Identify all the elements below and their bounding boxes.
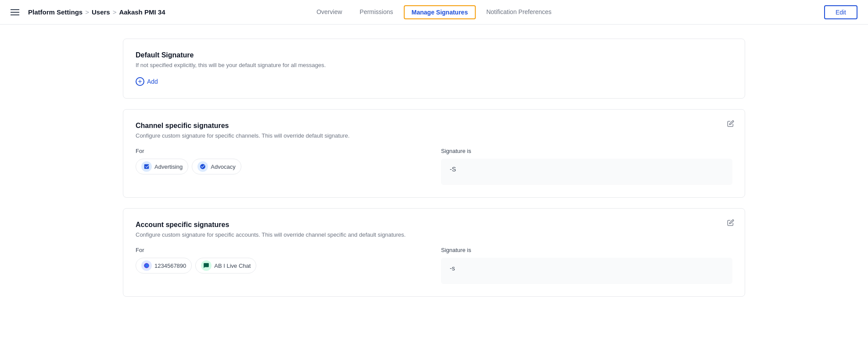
account-tag-number: 🌐 1234567890 <box>136 258 192 273</box>
advocacy-icon <box>197 161 208 172</box>
channel-tags: Advertising Advocacy <box>136 159 427 174</box>
svg-text:🌐: 🌐 <box>145 264 149 267</box>
account-tag-live-chat: AB I Live Chat <box>195 258 256 273</box>
advertising-icon <box>141 161 152 172</box>
header-right: Edit <box>824 5 857 19</box>
live-chat-label: AB I Live Chat <box>214 263 251 269</box>
channel-signatures-title: Channel specific signatures <box>136 122 732 130</box>
breadcrumb-sep2: > <box>113 8 117 16</box>
live-chat-icon <box>201 260 212 271</box>
account-for-label: For <box>136 247 427 253</box>
default-signature-desc: If not specified explicitly, this will b… <box>136 62 732 68</box>
account-tags: 🌐 1234567890 AB I Live Chat <box>136 258 427 273</box>
add-label: Add <box>147 78 158 85</box>
nav-tabs: Overview Permissions Manage Signatures N… <box>308 0 560 24</box>
advocacy-label: Advocacy <box>211 163 235 170</box>
breadcrumb-sep1: > <box>85 8 89 16</box>
breadcrumb-level1[interactable]: Users <box>92 8 110 16</box>
channel-signature-col: Signature is -S <box>441 148 732 185</box>
tab-permissions[interactable]: Permissions <box>351 0 402 24</box>
account-signatures-edit-button[interactable] <box>727 219 734 228</box>
tab-overview[interactable]: Overview <box>308 0 351 24</box>
account-signatures-title: Account specific signatures <box>136 221 732 229</box>
add-icon: + <box>136 77 144 86</box>
account-number-icon: 🌐 <box>141 260 152 271</box>
channel-signature-value: -S <box>441 159 732 185</box>
account-signatures-desc: Configure custom signature for specific … <box>136 231 732 238</box>
channel-signatures-row: For Advertising Advocacy <box>136 148 732 185</box>
hamburger-menu[interactable] <box>11 9 19 15</box>
channel-signatures-edit-button[interactable] <box>727 120 734 129</box>
breadcrumb: Platform Settings > Users > Aakash PMI 3… <box>28 8 165 16</box>
channel-for-label: For <box>136 148 427 154</box>
account-for-col: For 🌐 1234567890 AB I Live Chat <box>136 247 427 273</box>
add-default-signature-button[interactable]: + Add <box>136 77 158 86</box>
channel-signatures-card: Channel specific signatures Configure cu… <box>123 109 745 198</box>
account-signature-value: -s <box>441 258 732 284</box>
account-signature-is-label: Signature is <box>441 247 732 253</box>
account-number-label: 1234567890 <box>154 263 186 269</box>
main-content: Default Signature If not specified expli… <box>0 25 868 321</box>
advertising-label: Advertising <box>154 163 183 170</box>
account-signatures-card: Account specific signatures Configure cu… <box>123 208 745 297</box>
breadcrumb-level2: Aakash PMI 34 <box>119 8 165 16</box>
account-signature-col: Signature is -s <box>441 247 732 284</box>
account-signatures-row: For 🌐 1234567890 AB I Live Chat <box>136 247 732 284</box>
tab-notification-preferences[interactable]: Notification Preferences <box>477 0 560 24</box>
default-signature-title: Default Signature <box>136 51 732 59</box>
channel-for-col: For Advertising Advocacy <box>136 148 427 174</box>
channel-signatures-desc: Configure custom signature for specific … <box>136 132 732 139</box>
breadcrumb-root[interactable]: Platform Settings <box>28 8 82 16</box>
channel-tag-advertising: Advertising <box>136 159 188 174</box>
header: Platform Settings > Users > Aakash PMI 3… <box>0 0 868 25</box>
channel-tag-advocacy: Advocacy <box>192 159 241 174</box>
tab-manage-signatures[interactable]: Manage Signatures <box>404 5 476 19</box>
edit-button[interactable]: Edit <box>824 5 857 19</box>
channel-signature-is-label: Signature is <box>441 148 732 154</box>
default-signature-card: Default Signature If not specified expli… <box>123 39 745 99</box>
